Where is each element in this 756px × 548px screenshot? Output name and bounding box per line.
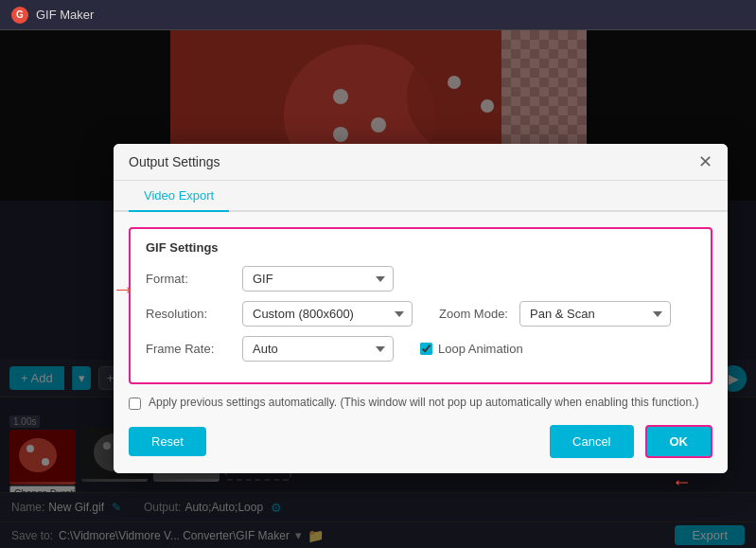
output-settings-dialog: Output Settings ✕ Video Export GIF Setti… <box>114 144 728 473</box>
dialog-tabs: Video Export <box>114 181 728 212</box>
footer-buttons: Cancel OK <box>550 425 712 458</box>
ok-button[interactable]: OK <box>645 425 713 458</box>
format-row: Format: GIF <box>146 266 695 292</box>
gif-settings-box: GIF Settings Format: GIF Resolution: Cus… <box>129 227 712 384</box>
main-area: + Add ▾ + ◀ ▶ 1.00s Change Duration <box>0 30 756 548</box>
format-label: Format: <box>146 272 231 286</box>
auto-apply-row: Apply previous settings automatically. (… <box>129 396 712 410</box>
resolution-arrow: → <box>112 274 136 304</box>
resolution-label: Resolution: <box>146 307 231 321</box>
app-title: GIF Maker <box>36 8 94 22</box>
dialog-title: Output Settings <box>129 154 220 169</box>
resolution-row: Resolution: Custom (800x600) 1920x1080 1… <box>146 301 695 327</box>
dialog-body: GIF Settings Format: GIF Resolution: Cus… <box>114 212 728 473</box>
format-select[interactable]: GIF <box>242 266 394 292</box>
app-icon: G <box>11 7 28 24</box>
cancel-button[interactable]: Cancel <box>550 425 633 458</box>
ok-arrow: ↓ <box>671 478 695 488</box>
auto-apply-checkbox[interactable] <box>129 398 141 410</box>
dialog-footer: Reset Cancel OK <box>129 421 712 458</box>
dialog-header: Output Settings ✕ <box>114 144 728 181</box>
framerate-row: Frame Rate: Auto 24 30 60 Loop Animation <box>146 336 695 362</box>
loop-animation-label[interactable]: Loop Animation <box>420 342 523 356</box>
reset-button[interactable]: Reset <box>129 427 206 456</box>
framerate-label: Frame Rate: <box>146 342 231 356</box>
title-bar: G GIF Maker <box>0 0 756 30</box>
zoom-mode-label: Zoom Mode: <box>439 307 508 321</box>
auto-apply-text: Apply previous settings automatically. (… <box>149 396 698 409</box>
framerate-select[interactable]: Auto 24 30 60 <box>242 336 394 362</box>
loop-animation-text: Loop Animation <box>438 342 523 356</box>
zoom-mode-select[interactable]: Pan & Scan Letter Box Full Screen <box>519 301 671 327</box>
resolution-select[interactable]: Custom (800x600) 1920x1080 1280x720 640x… <box>242 301 413 327</box>
gif-settings-title: GIF Settings <box>146 240 695 255</box>
tab-video-export[interactable]: Video Export <box>129 181 229 212</box>
loop-animation-checkbox[interactable] <box>420 343 432 355</box>
dialog-close-button[interactable]: ✕ <box>698 153 712 170</box>
